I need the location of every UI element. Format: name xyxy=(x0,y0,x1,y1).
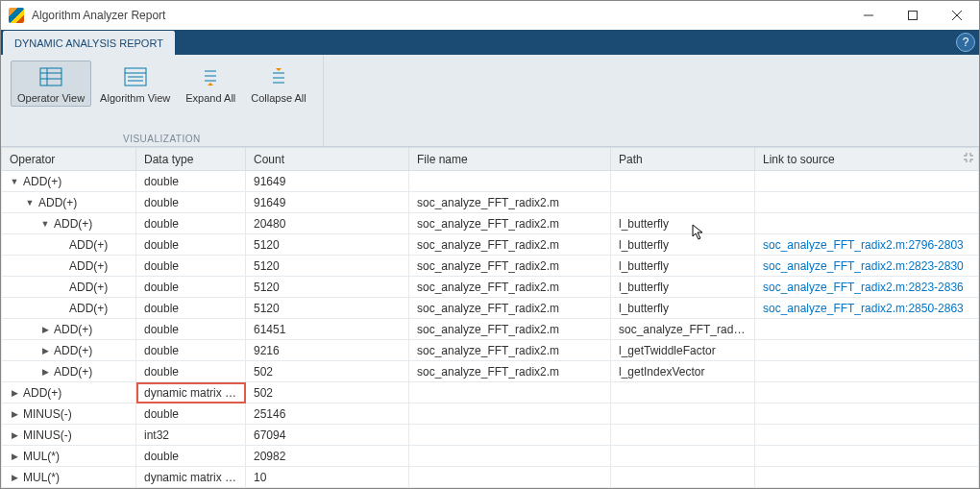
datatype-cell: double xyxy=(136,361,246,382)
tree-toggle-icon[interactable]: ▶ xyxy=(10,409,19,419)
filename-cell xyxy=(409,403,611,425)
path-cell: l_butterfly xyxy=(611,234,755,256)
col-count[interactable]: Count xyxy=(246,148,409,171)
path-cell: l_butterfly xyxy=(611,277,755,298)
datatype-cell: double xyxy=(136,403,246,425)
source-link[interactable]: soc_analyze_FFT_radix2.m:2850-2863 xyxy=(763,302,964,315)
table-row[interactable]: ▶ADD(+)double61451soc_analyze_FFT_radix2… xyxy=(2,319,979,340)
col-operator[interactable]: Operator xyxy=(2,148,136,171)
filename-cell: soc_analyze_FFT_radix2.m xyxy=(409,192,611,213)
tree-toggle-icon[interactable]: ▼ xyxy=(10,177,19,186)
path-cell xyxy=(611,382,755,403)
link-cell xyxy=(755,213,979,234)
datatype-cell: double xyxy=(136,171,246,192)
path-cell xyxy=(611,171,755,192)
datatype-cell: double xyxy=(136,277,246,298)
link-cell xyxy=(755,446,979,467)
window-title: Algorithm Analyzer Report xyxy=(32,9,165,22)
count-cell: 5120 xyxy=(246,234,409,256)
col-datatype[interactable]: Data type xyxy=(136,148,246,171)
filename-cell xyxy=(409,382,611,403)
link-cell xyxy=(755,403,979,425)
count-cell: 10 xyxy=(246,467,409,488)
link-cell: soc_analyze_FFT_radix2.m:2850-2863 xyxy=(755,298,979,319)
path-cell: l_getIndexVector xyxy=(611,361,755,382)
svg-rect-4 xyxy=(40,68,61,86)
tree-toggle-icon[interactable]: ▶ xyxy=(40,367,50,377)
collapse-all-button[interactable]: Collapse All xyxy=(244,61,312,107)
table-row[interactable]: ▼ADD(+)double91649 xyxy=(2,171,979,192)
expand-corner-icon[interactable] xyxy=(963,152,974,166)
operator-view-label: Operator View xyxy=(17,92,85,104)
path-cell xyxy=(611,403,755,425)
tree-toggle-icon[interactable]: ▶ xyxy=(10,430,19,440)
path-cell: l_butterfly xyxy=(611,213,755,234)
operator-cell: ADD(+) xyxy=(38,196,77,209)
col-path[interactable]: Path xyxy=(611,148,755,171)
filename-cell xyxy=(409,467,611,488)
minimize-button[interactable] xyxy=(846,1,891,30)
datatype-cell: double xyxy=(136,446,246,467)
table-row[interactable]: ▶MINUS(-)int3267094 xyxy=(2,425,979,446)
tree-toggle-icon[interactable]: ▶ xyxy=(10,452,19,461)
link-cell xyxy=(755,467,979,488)
path-cell: l_butterfly xyxy=(611,256,755,277)
table-row[interactable]: ▶ADD(+)double9216soc_analyze_FFT_radix2.… xyxy=(2,340,979,361)
maximize-button[interactable] xyxy=(891,1,935,30)
filename-cell: soc_analyze_FFT_radix2.m xyxy=(409,277,611,298)
tree-toggle-icon[interactable]: ▶ xyxy=(10,473,19,482)
tree-toggle-icon[interactable]: ▶ xyxy=(10,388,19,398)
link-cell xyxy=(755,361,979,382)
table-row[interactable]: ▼ADD(+)double20480soc_analyze_FFT_radix2… xyxy=(2,213,979,234)
source-link[interactable]: soc_analyze_FFT_radix2.m:2823-2830 xyxy=(763,259,964,273)
operator-cell: MUL(*) xyxy=(23,450,60,463)
table-row[interactable]: ▶MUL(*)double20982 xyxy=(2,446,979,467)
operator-cell: ADD(+) xyxy=(69,281,108,294)
datatype-cell: double xyxy=(136,213,246,234)
table-row[interactable]: ADD(+)double5120soc_analyze_FFT_radix2.m… xyxy=(2,256,979,277)
table-row[interactable]: ▶MINUS(-)double25146 xyxy=(2,403,979,425)
tree-toggle-icon[interactable]: ▼ xyxy=(40,219,50,229)
tab-dynamic-analysis-report[interactable]: DYNAMIC ANALYSIS REPORT xyxy=(3,31,175,55)
algorithm-view-button[interactable]: Algorithm View xyxy=(93,61,177,107)
table-row[interactable]: ▶ADD(+)dynamic matrix 1x-…502 xyxy=(2,382,979,403)
ribbon-group-visualization: Operator View Algorithm View Expand All … xyxy=(1,55,324,146)
col-link[interactable]: Link to source xyxy=(755,148,979,171)
count-cell: 67094 xyxy=(246,425,409,446)
operator-cell: ADD(+) xyxy=(69,238,108,252)
tree-toggle-icon[interactable]: ▶ xyxy=(40,325,50,334)
operator-cell: ADD(+) xyxy=(54,217,92,231)
filename-cell: soc_analyze_FFT_radix2.m xyxy=(409,319,611,340)
datatype-cell: dynamic matrix 1x-… xyxy=(136,382,246,403)
table-row[interactable]: ADD(+)double5120soc_analyze_FFT_radix2.m… xyxy=(2,298,979,319)
algorithm-view-label: Algorithm View xyxy=(100,92,170,104)
tabstrip: DYNAMIC ANALYSIS REPORT ? xyxy=(1,30,979,55)
source-link[interactable]: soc_analyze_FFT_radix2.m:2823-2836 xyxy=(763,281,964,294)
matlab-logo-icon xyxy=(9,8,24,23)
table-row[interactable]: ▼ADD(+)double91649soc_analyze_FFT_radix2… xyxy=(2,192,979,213)
operator-cell: ADD(+) xyxy=(69,259,108,273)
source-link[interactable]: soc_analyze_FFT_radix2.m:2796-2803 xyxy=(763,238,964,252)
table-row[interactable]: ADD(+)double5120soc_analyze_FFT_radix2.m… xyxy=(2,234,979,256)
table-row[interactable]: ADD(+)double5120soc_analyze_FFT_radix2.m… xyxy=(2,277,979,298)
tree-toggle-icon[interactable]: ▶ xyxy=(40,346,50,355)
count-cell: 5120 xyxy=(246,256,409,277)
count-cell: 91649 xyxy=(246,171,409,192)
table-row[interactable]: ▶ADD(+)double502soc_analyze_FFT_radix2.m… xyxy=(2,361,979,382)
table-row[interactable]: ▶MUL(*)dynamic matrix 1x-…10 xyxy=(2,467,979,488)
ribbon-group-label: VISUALIZATION xyxy=(123,134,201,144)
count-cell: 9216 xyxy=(246,340,409,361)
grid-header-row: Operator Data type Count File name Path … xyxy=(2,148,979,171)
path-cell xyxy=(611,446,755,467)
tree-toggle-icon[interactable]: ▼ xyxy=(25,198,35,208)
col-filename[interactable]: File name xyxy=(409,148,611,171)
help-button[interactable]: ? xyxy=(956,33,975,52)
close-button[interactable] xyxy=(935,1,979,30)
operator-view-button[interactable]: Operator View xyxy=(11,61,91,107)
expand-all-button[interactable]: Expand All xyxy=(179,61,242,107)
operator-cell: MUL(*) xyxy=(23,471,60,484)
filename-cell xyxy=(409,446,611,467)
collapse-all-icon xyxy=(267,65,290,88)
count-cell: 5120 xyxy=(246,298,409,319)
path-cell: l_getTwiddleFactor xyxy=(611,340,755,361)
